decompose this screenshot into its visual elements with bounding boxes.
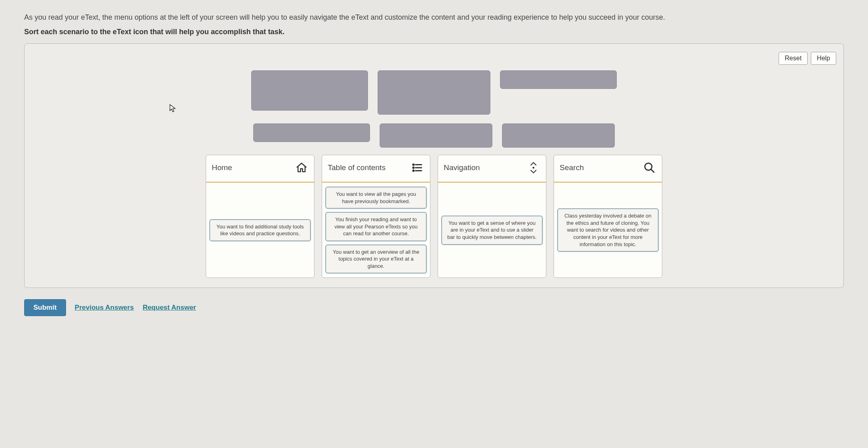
empty-slot[interactable] (380, 123, 492, 148)
target-title: Search (560, 163, 584, 172)
svg-point-6 (533, 167, 535, 169)
svg-point-0 (413, 164, 414, 165)
scenario-card[interactable]: You want to get a sense of where you are… (441, 216, 543, 245)
target-title: Home (212, 163, 232, 172)
empty-slot[interactable] (253, 123, 370, 142)
submit-button[interactable]: Submit (24, 299, 66, 316)
target-header: Navigation (438, 155, 546, 183)
empty-slot[interactable] (251, 70, 368, 111)
toc-icon (411, 161, 424, 175)
target-toc[interactable]: Table of contents You want to view all t… (322, 155, 430, 278)
request-answer-link[interactable]: Request Answer (143, 304, 196, 312)
svg-point-4 (413, 170, 414, 171)
bottom-actions: Submit Previous Answers Request Answer (24, 299, 844, 316)
scenario-card[interactable]: You want to view all the pages you have … (325, 187, 427, 209)
scenario-card[interactable]: You want to get an overview of all the t… (325, 245, 427, 274)
instruction-text: Sort each scenario to the eText icon tha… (24, 28, 844, 36)
reset-button[interactable]: Reset (779, 52, 808, 65)
target-body[interactable]: Class yesterday involved a debate on the… (554, 183, 662, 277)
target-navigation[interactable]: Navigation You want to get a sense of wh… (438, 155, 546, 278)
home-icon (295, 161, 308, 175)
help-button[interactable]: Help (811, 52, 836, 65)
empty-slot[interactable] (502, 123, 615, 148)
svg-point-2 (413, 167, 414, 169)
target-search[interactable]: Search Class yesterday involved a debate… (554, 155, 662, 278)
scenario-card[interactable]: You finish your reading and want to view… (325, 212, 427, 241)
target-body[interactable]: You want to find additional study tools … (206, 183, 314, 277)
navigation-icon (527, 161, 540, 175)
slots-row-1 (251, 70, 617, 115)
scenario-card[interactable]: You want to find additional study tools … (209, 219, 311, 241)
target-body[interactable]: You want to view all the pages you have … (322, 183, 430, 277)
target-header: Search (554, 155, 662, 183)
svg-line-8 (651, 169, 654, 173)
intro-text: As you read your eText, the menu options… (24, 12, 844, 23)
activity-container: Reset Help Home (24, 43, 844, 288)
target-home[interactable]: Home You want to find additional study t… (206, 155, 314, 278)
previous-answers-link[interactable]: Previous Answers (75, 304, 134, 312)
top-buttons: Reset Help (32, 52, 836, 65)
target-body[interactable]: You want to get a sense of where you are… (438, 183, 546, 277)
drop-targets-row: Home You want to find additional study t… (32, 155, 836, 278)
target-title: Table of contents (328, 163, 386, 172)
empty-slot[interactable] (500, 70, 617, 89)
empty-slot[interactable] (378, 70, 490, 115)
source-slots-area (32, 70, 836, 148)
scenario-card[interactable]: Class yesterday involved a debate on the… (557, 208, 659, 252)
target-header: Home (206, 155, 314, 183)
search-icon (643, 161, 656, 175)
target-title: Navigation (444, 163, 480, 172)
slots-row-2 (253, 123, 615, 148)
target-header: Table of contents (322, 155, 430, 183)
